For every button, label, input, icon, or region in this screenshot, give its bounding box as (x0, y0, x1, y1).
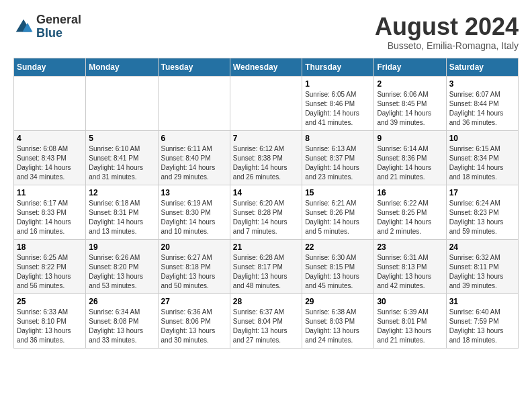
weekday-header-row: SundayMondayTuesdayWednesdayThursdayFrid… (14, 58, 519, 76)
calendar-week-3: 11Sunrise: 6:17 AM Sunset: 8:33 PM Dayli… (14, 185, 519, 239)
calendar-cell: 26Sunrise: 6:34 AM Sunset: 8:08 PM Dayli… (86, 293, 158, 348)
day-info: Sunrise: 6:24 AM Sunset: 8:23 PM Dayligh… (449, 199, 515, 236)
month-year-title: August 2024 (375, 13, 519, 40)
day-info: Sunrise: 6:33 AM Sunset: 8:10 PM Dayligh… (17, 308, 83, 345)
logo: General Blue (13, 13, 81, 40)
day-number: 21 (233, 242, 299, 252)
day-number: 6 (161, 134, 227, 143)
weekday-header-tuesday: Tuesday (158, 58, 230, 76)
calendar-cell: 24Sunrise: 6:32 AM Sunset: 8:11 PM Dayli… (446, 239, 518, 293)
day-number: 14 (233, 188, 299, 197)
calendar-cell: 13Sunrise: 6:19 AM Sunset: 8:30 PM Dayli… (158, 185, 230, 239)
calendar-cell: 5Sunrise: 6:10 AM Sunset: 8:41 PM Daylig… (86, 130, 158, 185)
calendar-cell: 19Sunrise: 6:26 AM Sunset: 8:20 PM Dayli… (86, 239, 158, 293)
calendar-week-1: 1Sunrise: 6:05 AM Sunset: 8:46 PM Daylig… (14, 76, 519, 130)
calendar-cell: 4Sunrise: 6:08 AM Sunset: 8:43 PM Daylig… (14, 130, 86, 185)
calendar-cell: 18Sunrise: 6:25 AM Sunset: 8:22 PM Dayli… (14, 239, 86, 293)
logo-icon (13, 17, 34, 37)
calendar-cell: 1Sunrise: 6:05 AM Sunset: 8:46 PM Daylig… (302, 76, 374, 130)
day-number: 20 (161, 242, 227, 252)
title-section: August 2024 Busseto, Emilia-Romagna, Ita… (375, 13, 519, 51)
calendar-cell: 27Sunrise: 6:36 AM Sunset: 8:06 PM Dayli… (158, 293, 230, 348)
day-info: Sunrise: 6:13 AM Sunset: 8:37 PM Dayligh… (305, 144, 371, 182)
calendar-cell (86, 76, 158, 130)
calendar-cell: 28Sunrise: 6:37 AM Sunset: 8:04 PM Dayli… (230, 293, 302, 348)
day-number: 18 (17, 242, 83, 252)
calendar-cell: 21Sunrise: 6:28 AM Sunset: 8:17 PM Dayli… (230, 239, 302, 293)
day-number: 10 (449, 134, 515, 143)
calendar-week-2: 4Sunrise: 6:08 AM Sunset: 8:43 PM Daylig… (14, 130, 519, 185)
day-number: 4 (17, 134, 83, 143)
day-info: Sunrise: 6:11 AM Sunset: 8:40 PM Dayligh… (161, 144, 227, 182)
day-number: 19 (89, 242, 154, 252)
day-info: Sunrise: 6:36 AM Sunset: 8:06 PM Dayligh… (161, 308, 227, 345)
day-number: 2 (377, 79, 443, 89)
day-info: Sunrise: 6:20 AM Sunset: 8:28 PM Dayligh… (233, 199, 299, 236)
day-info: Sunrise: 6:17 AM Sunset: 8:33 PM Dayligh… (17, 199, 83, 236)
page-header: General Blue August 2024 Busseto, Emilia… (13, 13, 519, 51)
day-number: 29 (305, 297, 371, 306)
day-number: 23 (377, 242, 443, 252)
day-number: 16 (377, 188, 443, 197)
calendar-cell: 8Sunrise: 6:13 AM Sunset: 8:37 PM Daylig… (302, 130, 374, 185)
calendar-cell: 20Sunrise: 6:27 AM Sunset: 8:18 PM Dayli… (158, 239, 230, 293)
day-number: 24 (449, 242, 515, 252)
day-info: Sunrise: 6:31 AM Sunset: 8:13 PM Dayligh… (377, 253, 443, 291)
calendar-week-5: 25Sunrise: 6:33 AM Sunset: 8:10 PM Dayli… (14, 293, 519, 348)
day-info: Sunrise: 6:14 AM Sunset: 8:36 PM Dayligh… (377, 144, 443, 182)
calendar-cell: 15Sunrise: 6:21 AM Sunset: 8:26 PM Dayli… (302, 185, 374, 239)
day-info: Sunrise: 6:10 AM Sunset: 8:41 PM Dayligh… (89, 144, 154, 182)
weekday-header-saturday: Saturday (446, 58, 518, 76)
day-number: 1 (305, 79, 371, 89)
day-number: 26 (89, 297, 154, 306)
day-number: 31 (449, 297, 515, 306)
weekday-header-sunday: Sunday (14, 58, 86, 76)
day-info: Sunrise: 6:06 AM Sunset: 8:45 PM Dayligh… (377, 90, 443, 128)
location-subtitle: Busseto, Emilia-Romagna, Italy (375, 40, 519, 51)
calendar-cell: 7Sunrise: 6:12 AM Sunset: 8:38 PM Daylig… (230, 130, 302, 185)
day-info: Sunrise: 6:34 AM Sunset: 8:08 PM Dayligh… (89, 308, 154, 345)
weekday-header-thursday: Thursday (302, 58, 374, 76)
day-info: Sunrise: 6:40 AM Sunset: 7:59 PM Dayligh… (449, 308, 515, 345)
calendar-cell (230, 76, 302, 130)
calendar-cell: 29Sunrise: 6:38 AM Sunset: 8:03 PM Dayli… (302, 293, 374, 348)
calendar-cell: 16Sunrise: 6:22 AM Sunset: 8:25 PM Dayli… (374, 185, 446, 239)
day-number: 15 (305, 188, 371, 197)
day-number: 5 (89, 134, 154, 143)
calendar-cell (158, 76, 230, 130)
calendar-cell: 6Sunrise: 6:11 AM Sunset: 8:40 PM Daylig… (158, 130, 230, 185)
calendar-cell: 30Sunrise: 6:39 AM Sunset: 8:01 PM Dayli… (374, 293, 446, 348)
calendar-table: SundayMondayTuesdayWednesdayThursdayFrid… (13, 58, 519, 349)
day-number: 9 (377, 134, 443, 143)
day-number: 25 (17, 297, 83, 306)
day-info: Sunrise: 6:18 AM Sunset: 8:31 PM Dayligh… (89, 199, 154, 236)
calendar-cell: 31Sunrise: 6:40 AM Sunset: 7:59 PM Dayli… (446, 293, 518, 348)
day-info: Sunrise: 6:28 AM Sunset: 8:17 PM Dayligh… (233, 253, 299, 291)
day-info: Sunrise: 6:32 AM Sunset: 8:11 PM Dayligh… (449, 253, 515, 291)
day-info: Sunrise: 6:15 AM Sunset: 8:34 PM Dayligh… (449, 144, 515, 182)
day-info: Sunrise: 6:05 AM Sunset: 8:46 PM Dayligh… (305, 90, 371, 128)
calendar-cell: 25Sunrise: 6:33 AM Sunset: 8:10 PM Dayli… (14, 293, 86, 348)
day-number: 8 (305, 134, 371, 143)
day-number: 22 (305, 242, 371, 252)
logo-text: General Blue (36, 13, 81, 40)
calendar-cell: 9Sunrise: 6:14 AM Sunset: 8:36 PM Daylig… (374, 130, 446, 185)
calendar-cell: 11Sunrise: 6:17 AM Sunset: 8:33 PM Dayli… (14, 185, 86, 239)
day-info: Sunrise: 6:08 AM Sunset: 8:43 PM Dayligh… (17, 144, 83, 182)
day-info: Sunrise: 6:26 AM Sunset: 8:20 PM Dayligh… (89, 253, 154, 291)
calendar-cell: 3Sunrise: 6:07 AM Sunset: 8:44 PM Daylig… (446, 76, 518, 130)
day-number: 7 (233, 134, 299, 143)
day-info: Sunrise: 6:07 AM Sunset: 8:44 PM Dayligh… (449, 90, 515, 128)
day-number: 13 (161, 188, 227, 197)
weekday-header-wednesday: Wednesday (230, 58, 302, 76)
calendar-cell (14, 76, 86, 130)
day-number: 17 (449, 188, 515, 197)
weekday-header-friday: Friday (374, 58, 446, 76)
calendar-week-4: 18Sunrise: 6:25 AM Sunset: 8:22 PM Dayli… (14, 239, 519, 293)
calendar-cell: 17Sunrise: 6:24 AM Sunset: 8:23 PM Dayli… (446, 185, 518, 239)
calendar-cell: 14Sunrise: 6:20 AM Sunset: 8:28 PM Dayli… (230, 185, 302, 239)
day-info: Sunrise: 6:12 AM Sunset: 8:38 PM Dayligh… (233, 144, 299, 182)
day-info: Sunrise: 6:27 AM Sunset: 8:18 PM Dayligh… (161, 253, 227, 291)
day-info: Sunrise: 6:22 AM Sunset: 8:25 PM Dayligh… (377, 199, 443, 236)
day-number: 30 (377, 297, 443, 306)
